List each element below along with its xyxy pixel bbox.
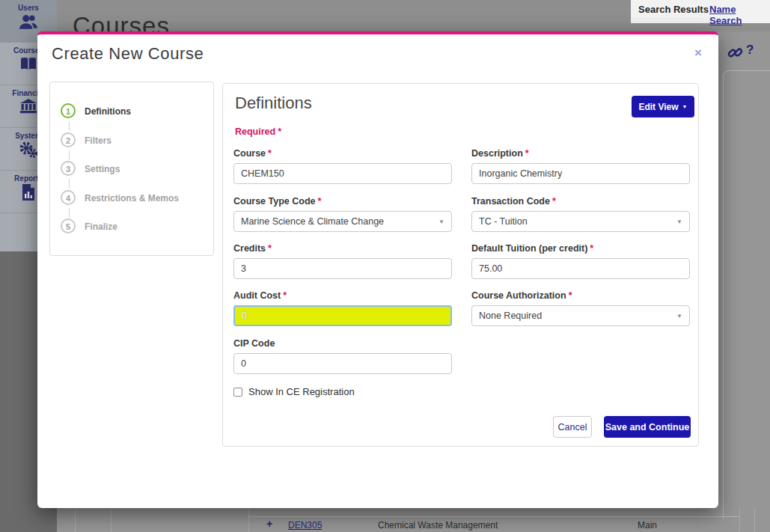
step-label-finalize[interactable]: Finalize [85, 221, 117, 232]
audit-cost-label: Audit Cost* [233, 290, 452, 301]
cip-code-input[interactable] [233, 353, 452, 374]
required-asterisk: * [569, 290, 572, 301]
required-note-text: Required [235, 126, 275, 137]
step-connector [69, 208, 70, 218]
selected-value: Marine Science & Climate Change [241, 216, 384, 227]
course-label: Course* [233, 148, 452, 159]
show-in-ce-checkbox[interactable] [233, 388, 242, 397]
course-authorization-field: Course Authorization* None Required ▼ [471, 290, 690, 326]
required-note: Required* [235, 126, 281, 137]
required-asterisk: * [318, 196, 322, 207]
course-type-code-label: Course Type Code* [233, 196, 452, 207]
description-label: Description* [471, 148, 690, 159]
transaction-code-label: Transaction Code* [471, 196, 690, 207]
course-field: Course* [233, 148, 452, 184]
table-border [111, 508, 111, 532]
transaction-code-field: Transaction Code* TC - Tuition ▼ [471, 196, 690, 232]
step-circle-definitions[interactable]: 1 [61, 103, 76, 118]
transaction-code-select[interactable]: TC - Tuition ▼ [471, 211, 690, 232]
required-asterisk: * [268, 148, 272, 159]
course-description-cell: Chemical Waste Management [378, 520, 498, 531]
course-input[interactable] [233, 163, 452, 184]
background-panel-border [723, 70, 770, 519]
course-authorization-label: Course Authorization* [471, 290, 690, 301]
credits-label: Credits* [233, 243, 452, 254]
table-border [739, 508, 740, 532]
required-asterisk: * [278, 126, 281, 137]
step-circle-finalize[interactable]: 5 [61, 218, 76, 233]
default-tuition-field: Default Tuition (per credit)* [471, 243, 690, 279]
step-circle-restrictions[interactable]: 4 [61, 190, 76, 205]
cancel-button[interactable]: Cancel [553, 416, 592, 438]
chevron-down-icon: ▼ [676, 313, 682, 319]
course-code-link[interactable]: DEN305 [288, 520, 322, 531]
chevron-down-icon: ▼ [682, 104, 688, 109]
expand-row-icon[interactable]: + [266, 518, 272, 530]
step-connector [69, 121, 70, 131]
wizard-stepper: 1 Definitions 2 Filters 3 Settings 4 Res… [49, 82, 214, 256]
definitions-panel: Definitions Edit View ▼ Required* Course… [222, 83, 699, 447]
step-connector [69, 179, 70, 189]
sidebar-item-label: Users [0, 0, 57, 12]
required-asterisk: * [525, 148, 529, 159]
step-label-settings[interactable]: Settings [85, 164, 120, 174]
panel-heading: Definitions [235, 94, 312, 113]
step-label-restrictions[interactable]: Restrictions & Memos [85, 193, 179, 204]
table-border [754, 508, 755, 532]
audit-cost-input[interactable] [233, 305, 452, 326]
credits-input[interactable] [233, 258, 452, 279]
default-tuition-input[interactable] [471, 258, 690, 279]
modal-title: Create New Course [52, 44, 204, 64]
edit-view-button[interactable]: Edit View ▼ [632, 96, 694, 117]
cip-code-field: CIP Code [233, 338, 452, 374]
chevron-down-icon: ▼ [439, 218, 444, 225]
required-asterisk: * [283, 290, 287, 301]
search-results-label: Search Results [638, 4, 709, 15]
cip-code-label: CIP Code [233, 338, 452, 349]
close-icon[interactable]: × [694, 46, 702, 61]
link-icon[interactable] [727, 45, 743, 64]
step-label-filters[interactable]: Filters [85, 135, 111, 146]
required-asterisk: * [552, 196, 556, 207]
show-in-ce-label: Show In CE Registration [248, 386, 355, 397]
description-input[interactable] [471, 163, 690, 184]
users-icon [0, 13, 57, 33]
table-border [248, 508, 249, 532]
step-label-definitions[interactable]: Definitions [85, 106, 131, 117]
course-type-code-field: Course Type Code* Marine Science & Clima… [233, 196, 452, 232]
chevron-down-icon: ▼ [676, 218, 682, 225]
step-circle-settings[interactable]: 3 [61, 161, 76, 176]
step-connector [69, 150, 70, 160]
save-and-continue-button[interactable]: Save and Continue [604, 416, 691, 438]
edit-view-label: Edit View [638, 102, 678, 112]
course-campus-cell: Main [638, 520, 657, 531]
course-type-code-select[interactable]: Marine Science & Climate Change ▼ [233, 211, 452, 232]
course-authorization-select[interactable]: None Required ▼ [471, 305, 690, 326]
screen: Search Results Name Search Courses Users… [0, 0, 770, 532]
help-icon[interactable]: ? [746, 43, 754, 58]
table-border [75, 508, 76, 532]
credits-field: Credits* [233, 243, 452, 279]
selected-value: None Required [479, 311, 542, 321]
selected-value: TC - Tuition [479, 216, 528, 227]
create-new-course-modal: Create New Course × 1 Definitions 2 Filt… [37, 31, 718, 508]
required-asterisk: * [268, 243, 272, 254]
step-circle-filters[interactable]: 2 [61, 132, 76, 147]
required-asterisk: * [590, 243, 593, 254]
audit-cost-field: Audit Cost* [233, 290, 452, 326]
table-row-divider [248, 516, 739, 517]
description-field: Description* [471, 148, 690, 184]
default-tuition-label: Default Tuition (per credit)* [471, 243, 690, 254]
name-search-link[interactable]: Name Search [709, 4, 770, 26]
show-in-ce-row: Show In CE Registration [233, 386, 355, 397]
